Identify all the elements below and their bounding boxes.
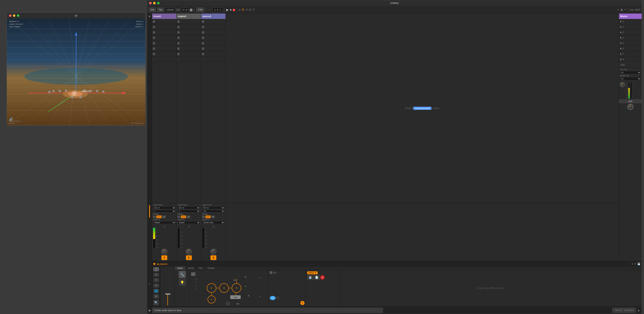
- clip-slot-e1-4[interactable]: [176, 35, 201, 40]
- collapse-device-btn[interactable]: ◂: [148, 283, 150, 285]
- channel-num-select-3[interactable]: 1/2: [202, 210, 225, 213]
- master-clip-6[interactable]: 6: [619, 46, 642, 51]
- maximize-button[interactable]: [17, 14, 19, 17]
- monitor-auto-2[interactable]: Auto: [181, 216, 186, 218]
- device-info-icon[interactable]: ℹ: [632, 263, 633, 265]
- sidebar-nodes-icon[interactable]: ⚙: [153, 294, 159, 299]
- ableton-minimize-btn[interactable]: [153, 2, 156, 4]
- track-header-source1[interactable]: source1: [201, 13, 226, 19]
- clip-slot-s1-7[interactable]: [201, 51, 226, 57]
- master-clip-1[interactable]: 1: [619, 19, 642, 24]
- clip-slot-e1-5[interactable]: [176, 40, 201, 46]
- clip-slot-v1-2[interactable]: [152, 24, 176, 30]
- preset-save-btn[interactable]: 💾: [307, 275, 313, 280]
- r-circle[interactable]: R: [300, 301, 304, 305]
- clip-slot-s1-6[interactable]: [201, 46, 226, 51]
- master-out-select[interactable]: 1/2: [620, 77, 641, 80]
- master-clip-5[interactable]: 5: [619, 40, 642, 46]
- preset-default-btn[interactable]: default ▼: [307, 271, 318, 274]
- clip-slot-s1-2[interactable]: [201, 24, 226, 30]
- tab-presets[interactable]: Presets: [205, 266, 217, 270]
- monitor-off-3[interactable]: Off: [211, 216, 215, 218]
- clip-slot-e1-2[interactable]: [176, 24, 201, 30]
- track-header-visual1[interactable]: visual1: [152, 13, 176, 19]
- device-power-dot[interactable]: [153, 263, 156, 265]
- clip-slot-e1-3[interactable]: [176, 30, 201, 35]
- loop-icon[interactable]: ↺: [246, 8, 248, 11]
- wrench-icon[interactable]: 🔧: [179, 271, 186, 278]
- stop-clip-v1[interactable]: |: [152, 57, 176, 62]
- sidebar-help-icon[interactable]: ?: [153, 278, 159, 282]
- loop-display[interactable]: 1. 2. 1: [212, 7, 223, 12]
- audio-to-select-2[interactable]: Master: [178, 221, 200, 224]
- bottom-play-icon[interactable]: ▶: [149, 309, 151, 312]
- device-save-icon[interactable]: 💾: [637, 263, 640, 265]
- clip-slot-s1-1[interactable]: [201, 19, 226, 24]
- cpu-icon[interactable]: ⏱: [252, 8, 255, 11]
- monitor-in-2[interactable]: In: [178, 216, 180, 218]
- clip-slot-e1-1[interactable]: [176, 19, 201, 24]
- audio-from-select-1[interactable]: Ext. In: [153, 206, 176, 209]
- ableton-close-btn[interactable]: [149, 2, 152, 4]
- punch-icon[interactable]: ⊞: [249, 8, 251, 11]
- fader-track-1[interactable]: [153, 228, 156, 248]
- clip-slot-e1-6[interactable]: [176, 46, 201, 51]
- fader-track-2[interactable]: [178, 228, 180, 248]
- record-button[interactable]: ⬤: [232, 8, 235, 11]
- clip-slot-v1-6[interactable]: [152, 46, 176, 51]
- create-audio-track-input[interactable]: Create audio track on drop: [152, 308, 383, 313]
- tab-visual[interactable]: Visual: [186, 266, 196, 270]
- nav-down-icon[interactable]: ▼: [148, 15, 151, 18]
- xp-source-badge[interactable]: xp.source.amxd: [413, 107, 432, 110]
- device-settings-icon[interactable]: ↺: [634, 263, 636, 265]
- master-stop-row[interactable]: ⬛⬛: [619, 62, 642, 67]
- monitor-auto-3[interactable]: Auto: [206, 216, 210, 218]
- cue-out-select[interactable]: 1/2: [620, 71, 641, 74]
- stop-clip-e1[interactable]: |: [176, 57, 201, 62]
- tap-button[interactable]: Tap: [157, 7, 164, 12]
- audio-from-select-3[interactable]: Ext. In: [202, 206, 225, 209]
- preset-load-btn[interactable]: 📄: [314, 275, 320, 280]
- master-clip-3[interactable]: 3: [619, 30, 642, 35]
- fader-handle[interactable]: [165, 294, 170, 295]
- channel-num-select-1[interactable]: 1: [153, 210, 176, 213]
- curve-icon[interactable]: 〜: [624, 8, 626, 11]
- audio-to-select-1[interactable]: Master: [153, 221, 176, 224]
- clip-slot-v1-4[interactable]: [152, 35, 176, 40]
- bottom-arrow-icon[interactable]: ▲: [637, 309, 640, 312]
- preset-delete-btn[interactable]: ✕: [320, 275, 325, 280]
- track-num-btn-2[interactable]: 2: [186, 255, 192, 260]
- monitor-off-2[interactable]: Off: [186, 216, 190, 218]
- bulb-icon[interactable]: 💡: [179, 279, 186, 286]
- solo-button[interactable]: Solo: [619, 99, 642, 103]
- close-button[interactable]: [9, 14, 12, 17]
- sidebar-xp-icon[interactable]: Xp: [153, 273, 159, 277]
- sidebar-sun-icon[interactable]: ☀: [153, 284, 159, 288]
- clip-slot-s1-4[interactable]: [201, 35, 226, 40]
- master-clip-8[interactable]: 8: [619, 57, 642, 62]
- tab-osc[interactable]: Osc: [196, 266, 205, 270]
- device-audio-fader[interactable]: [167, 267, 168, 306]
- clip-slot-v1-5[interactable]: [152, 40, 176, 46]
- drop-audio-zone[interactable]: Drop Audio Effects Here: [339, 270, 642, 306]
- volume-knob-1[interactable]: [162, 249, 167, 255]
- monitor-in-1[interactable]: In: [153, 216, 156, 218]
- master-volume-knob[interactable]: [620, 82, 625, 87]
- master-clip-4[interactable]: 4: [619, 35, 642, 40]
- headphone-knob[interactable]: [628, 104, 634, 110]
- xp-3d-scene[interactable]: source1 Room: 1 Group: 1 Source: 1 Speak…: [7, 18, 146, 125]
- clip-slot-v1-3[interactable]: [152, 30, 176, 35]
- master-clip-7[interactable]: 7: [619, 51, 642, 57]
- track-num-btn-3[interactable]: 3: [210, 255, 216, 260]
- minimize-button[interactable]: [13, 14, 16, 17]
- monitor-off-1[interactable]: Off: [162, 216, 166, 218]
- audio-to-select-3[interactable]: Sends Only: [202, 221, 225, 224]
- volume-knob-3[interactable]: [210, 249, 216, 255]
- follow-icon[interactable]: →: [208, 8, 211, 12]
- clip-slot-s1-5[interactable]: [201, 40, 226, 46]
- clip-slot-v1-7[interactable]: [152, 51, 176, 57]
- sidebar-globe-icon[interactable]: 🌐: [153, 289, 159, 293]
- osc-square-1[interactable]: [276, 297, 279, 299]
- volume-knob-2[interactable]: [186, 249, 192, 255]
- tempo-display[interactable]: 128.00: [165, 7, 175, 12]
